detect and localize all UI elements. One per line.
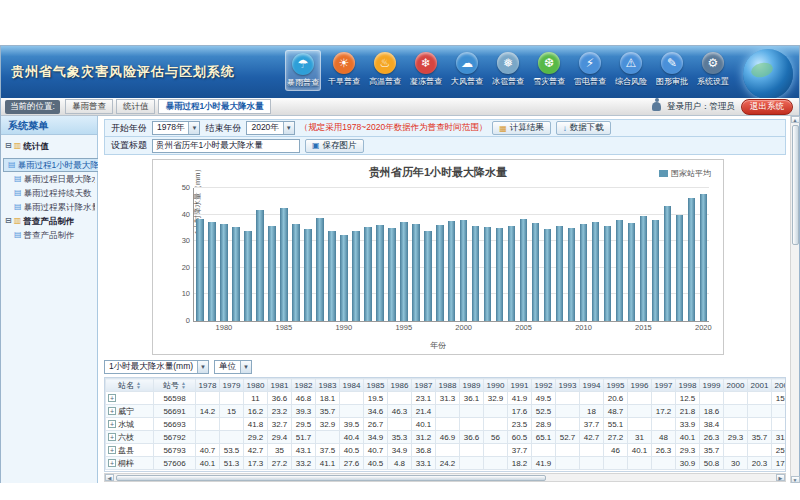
sort-icons[interactable]: ▲▼ [136,381,141,389]
bar-2003[interactable] [496,228,504,321]
year-column-header[interactable]: 1983 [316,379,340,392]
year-column-header[interactable]: 1978 [196,379,220,392]
bar-1978[interactable] [196,219,204,321]
year-column-header[interactable]: 1984 [340,379,364,392]
year-column-header[interactable]: 1987 [412,379,436,392]
year-column-header[interactable]: 1990 [484,379,508,392]
tree-item[interactable]: ▤暴雨过程日最大降水量 [3,172,95,186]
year-column-header[interactable]: 1981 [268,379,292,392]
scroll-up-icon[interactable]: ▲ [791,116,800,123]
year-column-header[interactable]: 1993 [556,379,580,392]
bar-1981[interactable] [232,227,240,321]
bar-2016[interactable] [652,220,660,321]
expand-icon[interactable]: + [108,394,116,402]
toolbar-item-high-temperature[interactable]: ♨高温普查 [367,50,403,91]
bar-2000[interactable] [460,220,468,321]
toolbar-item-strong-wind[interactable]: ☁大风普查 [449,50,485,91]
vertical-scroll-thumb[interactable] [792,125,799,245]
collapse-icon[interactable]: ⊟ [5,214,12,228]
bar-2020[interactable] [700,194,708,321]
calculate-button[interactable]: ▦ 计算结果 [492,121,551,135]
tree-item[interactable]: ▤暴雨过程持续天数 [3,186,95,200]
tree-item[interactable]: ▤暴雨过程累计降水量 [3,200,95,214]
metric-select[interactable]: 1小时最大降水量(mm) ▼ [104,360,209,374]
bar-1994[interactable] [388,228,396,321]
bar-1995[interactable] [400,222,408,321]
bar-2009[interactable] [568,228,576,321]
year-column-header[interactable]: 1989 [460,379,484,392]
end-year-select[interactable]: 2020年 ▼ [246,121,294,135]
station-name-cell[interactable]: +桐梓 [106,457,154,470]
toolbar-item-rainstorm[interactable]: ☂暴雨普查 [285,50,321,91]
bar-2013[interactable] [616,220,624,321]
unit-select[interactable]: 单位 ▼ [214,360,252,374]
expand-icon[interactable]: + [108,446,116,454]
horizontal-scroll-thumb[interactable] [116,475,546,481]
year-column-header[interactable]: 1980 [244,379,268,392]
year-column-header[interactable]: 1986 [388,379,412,392]
year-column-header[interactable]: 2001 [748,379,772,392]
tree-group[interactable]: ⊟▥统计值 [3,139,95,153]
bar-1980[interactable] [220,224,228,321]
year-column-header[interactable]: 1996 [628,379,652,392]
data-download-button[interactable]: ↓ 数据下载 [556,121,611,135]
scroll-left-icon[interactable]: ◀ [105,474,114,481]
station-name-header[interactable]: 站名▲▼ [106,379,154,392]
tree-item[interactable]: ▤普查产品制作 [3,228,95,242]
bar-2004[interactable] [508,226,516,321]
bar-1989[interactable] [328,231,336,321]
year-column-header[interactable]: 1994 [580,379,604,392]
toolbar-item-graphic-approval[interactable]: ✎图形审批 [654,50,690,91]
year-column-header[interactable]: 1992 [532,379,556,392]
bar-2019[interactable] [688,198,696,321]
horizontal-scrollbar[interactable]: ◀ ▶ [104,473,786,482]
toolbar-item-snow-disaster[interactable]: ❆雪灾普查 [531,50,567,91]
sort-icons[interactable]: ▲▼ [181,381,186,389]
bar-2015[interactable] [640,216,648,321]
bar-1984[interactable] [268,226,276,321]
scroll-right-icon[interactable]: ▶ [776,474,785,481]
chart-title-input[interactable] [152,139,300,153]
year-column-header[interactable]: 1991 [508,379,532,392]
bar-1983[interactable] [256,210,264,321]
vertical-scrollbar[interactable]: ▲ ▼ [790,116,799,483]
expand-icon[interactable]: + [108,459,116,467]
bar-1985[interactable] [280,208,288,321]
bar-2008[interactable] [556,226,564,321]
bar-1998[interactable] [436,225,444,321]
year-column-header[interactable]: 1982 [292,379,316,392]
bar-2006[interactable] [532,223,540,321]
bar-1992[interactable] [364,227,372,321]
save-image-button[interactable]: ▣ 保存图片 [305,139,364,153]
toolbar-item-comprehensive-risk[interactable]: ⚠综合风险 [613,50,649,91]
bar-2012[interactable] [604,226,612,321]
year-column-header[interactable]: 1997 [652,379,676,392]
expand-icon[interactable]: + [108,420,116,428]
breadcrumb-tab[interactable]: 统计值 [116,99,156,114]
bar-2011[interactable] [592,222,600,321]
year-column-header[interactable]: 1979 [220,379,244,392]
bar-1982[interactable] [244,231,252,321]
year-column-header[interactable]: 1988 [436,379,460,392]
breadcrumb-tab[interactable]: 暴雨普查 [65,99,113,114]
year-column-header[interactable]: 1998 [676,379,700,392]
year-column-header[interactable]: 1995 [604,379,628,392]
bar-2017[interactable] [664,206,672,321]
station-id-header[interactable]: 站号▲▼ [154,379,196,392]
bar-1987[interactable] [304,229,312,321]
bar-1988[interactable] [316,218,324,321]
bar-1997[interactable] [424,231,432,321]
scroll-down-icon[interactable]: ▼ [791,476,800,483]
start-year-select[interactable]: 1978年 ▼ [152,121,200,135]
toolbar-item-system-settings[interactable]: ⚙系统设置 [695,50,731,91]
bar-2005[interactable] [520,219,528,321]
bar-2002[interactable] [484,227,492,321]
chart-legend[interactable]: 国家站平均 [659,168,711,179]
bar-1999[interactable] [448,221,456,321]
station-name-cell[interactable]: +水城 [106,418,154,431]
station-name-cell[interactable]: +盘县 [106,444,154,457]
bar-1990[interactable] [340,235,348,321]
bar-2014[interactable] [628,223,636,321]
station-name-cell[interactable]: +六枝 [106,431,154,444]
toolbar-item-lightning[interactable]: ⚡雷电普查 [572,50,608,91]
